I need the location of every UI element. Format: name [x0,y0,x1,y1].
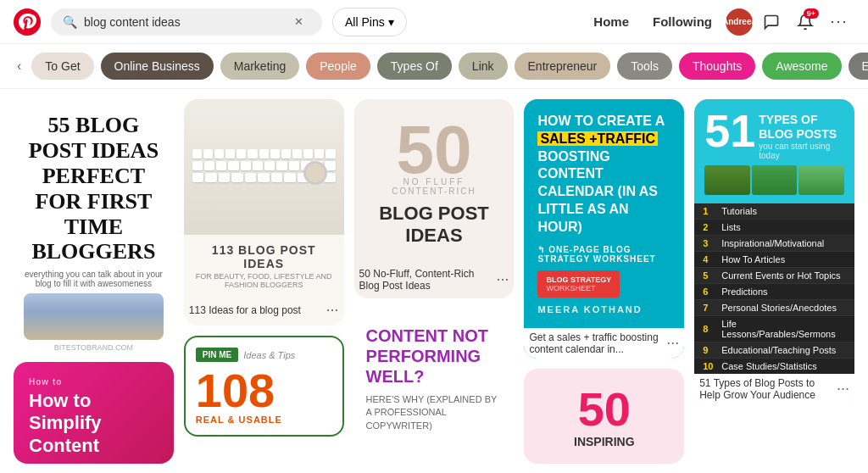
pin-column-3: 50 NO FLUFF CONTENT-RICH BLOG POST IDEAS… [354,99,515,464]
messages-button[interactable] [756,7,787,37]
pin-113-more[interactable]: ··· [326,301,339,319]
pin-113-caption: 113 Ideas for a blog post [189,304,301,316]
pin-51-caption: 51 Types of Blog Posts to Help Grow Your… [699,377,837,401]
pin-calendar-author: MEERA KOTHAND [537,304,670,314]
pin-51-row-num: 1 [703,206,716,216]
pin-51-num: 51 [704,108,755,153]
pin-calendar-more[interactable]: ··· [666,334,679,352]
pin-51-sub: you can start using today [759,142,844,160]
pin-calendar-highlight: SALES +TRAFFIC [537,131,658,146]
nav-following[interactable]: Following [643,8,722,36]
pin-simplify[interactable]: How to How to Simplify Content Save [14,362,174,464]
pin-113[interactable]: 113 BLOG POST IDEAS FOR BEAUTY, FOOD, LI… [184,99,344,326]
pin-50-sub1: NO FLUFF [368,177,501,186]
pin-108-badge: PIN ME [196,348,238,362]
filter-tab-to-get[interactable]: To Get [31,53,93,80]
pin-calendar-caption: Get a sales + traffic boosting content c… [529,331,666,355]
clear-search-icon[interactable]: ✕ [294,15,303,28]
search-input[interactable] [84,15,287,29]
filter-tab-entrepreneur[interactable]: Entrepreneur [515,53,611,80]
pin-113-content: 113 BLOG POST IDEAS FOR BEAUTY, FOOD, LI… [184,235,344,298]
notifications-button[interactable]: 9+ [790,7,821,37]
scroll-left-arrow[interactable]: ‹ [14,55,25,77]
pin-content-not[interactable]: CONTENT NOT PERFORMING WELL? HERE'S WHY … [354,309,515,449]
pin-108-sub: REAL & USABLE [196,415,332,425]
pin-50-more[interactable]: ··· [496,270,509,288]
pin-55-sub: everything you can talk about in your bl… [24,270,164,288]
pin-calendar-inner: HOW TO CREATE A SALES +TRAFFIC BOOSTING … [524,99,684,328]
pins-grid: 55 BLOG POST IDEAS PERFECT FOR FIRST TIM… [0,89,868,473]
pin-content-sub: HERE'S WHY (EXPLAINED BY A PROFESSIONAL … [366,393,503,432]
pin-50-sub2: CONTENT-RICH [368,186,501,196]
filter-tab-link[interactable]: Link [459,53,508,80]
avatar[interactable]: Andreea [726,8,753,36]
notification-badge: 9+ [804,8,819,19]
pin-column-4: HOW TO CREATE A SALES +TRAFFIC BOOSTING … [524,99,684,464]
filter-tab-tools[interactable]: Tools [617,53,672,80]
pin-50-inspiring-text: INSPIRING [541,435,667,448]
pin-55-site: BITESTOBRAND.COM [24,343,164,352]
pin-55-title: 55 BLOG POST IDEAS PERFECT FOR FIRST TIM… [24,113,164,264]
filter-tabs: ‹ To Get Online Business Marketing Peopl… [0,44,868,89]
nav-links: Home Following Andreea 9+ ··· [583,7,854,37]
pinterest-logo[interactable] [14,8,41,36]
pin-113-sub: FOR BEAUTY, FOOD, LIFESTYLE AND FASHION … [194,272,334,289]
search-bar: 🔍 ✕ [51,8,322,36]
all-pins-button[interactable]: All Pins ▾ [332,8,407,36]
svg-point-0 [14,8,41,36]
pin-calendar-book: BLOG STRATEGY WORKSHEET [537,270,620,298]
chevron-down-icon: ▾ [388,15,394,29]
pin-51-list: 1 Tutorials 2 Lists 3 Inspirational/Moti… [694,203,854,374]
filter-tab-awesome[interactable]: Awesome [762,53,841,80]
pin-simplify-title: How to Simplify Content [29,390,159,457]
pin-calendar-h3: BOOSTING CONTENT CALENDAR (IN AS LITTLE … [537,149,658,234]
pin-113-title: 113 BLOG POST IDEAS [194,243,334,270]
pin-calendar[interactable]: HOW TO CREATE A SALES +TRAFFIC BOOSTING … [524,99,684,359]
filter-tab-marketing[interactable]: Marketing [220,53,299,80]
pin-51-types[interactable]: 51 TYPES OF BLOG POSTS you can start usi… [694,99,854,408]
filter-tab-online-business[interactable]: Online Business [101,53,214,80]
pin-55-blog-ideas[interactable]: 55 BLOG POST IDEAS PERFECT FOR FIRST TIM… [14,99,174,352]
more-options-button[interactable]: ··· [824,7,854,37]
pin-108[interactable]: PIN ME Ideas & Tips 108 REAL & USABLE Sa… [184,336,344,437]
filter-tab-thoughts[interactable]: Thoughts [679,53,755,80]
pin-50-inspiring[interactable]: 50 INSPIRING Save [524,369,684,465]
pin-108-num: 108 [196,367,332,415]
search-icon: 🔍 [63,15,77,29]
pin-50-ideas[interactable]: 50 NO FLUFF CONTENT-RICH BLOG POST IDEAS… [354,99,515,298]
filter-tab-people[interactable]: People [306,53,370,80]
pin-50-title: BLOG POST IDEAS [368,203,501,248]
pin-50-caption: 50 No-Fluff, Content-Rich Blog Post Idea… [359,268,497,292]
pin-column-1: 55 BLOG POST IDEAS PERFECT FOR FIRST TIM… [14,99,174,464]
pin-column-2: 113 BLOG POST IDEAS FOR BEAUTY, FOOD, LI… [184,99,344,464]
filter-tab-types-of[interactable]: Types Of [377,53,452,80]
pin-calendar-arrow: ↰ ONE-PAGE BLOG STRATEGY WORKSHEET [537,245,670,264]
filter-tab-email-list[interactable]: Email List [849,53,868,80]
header: 🔍 ✕ All Pins ▾ Home Following Andreea 9+… [0,0,868,44]
pin-column-5: 51 TYPES OF BLOG POSTS you can start usi… [694,99,854,464]
nav-home[interactable]: Home [583,8,639,36]
pin-51-more[interactable]: ··· [837,380,849,398]
pin-calendar-title: HOW TO CREATE A SALES +TRAFFIC BOOSTING … [537,113,670,236]
pin-51-row-label: Tutorials [716,206,846,216]
